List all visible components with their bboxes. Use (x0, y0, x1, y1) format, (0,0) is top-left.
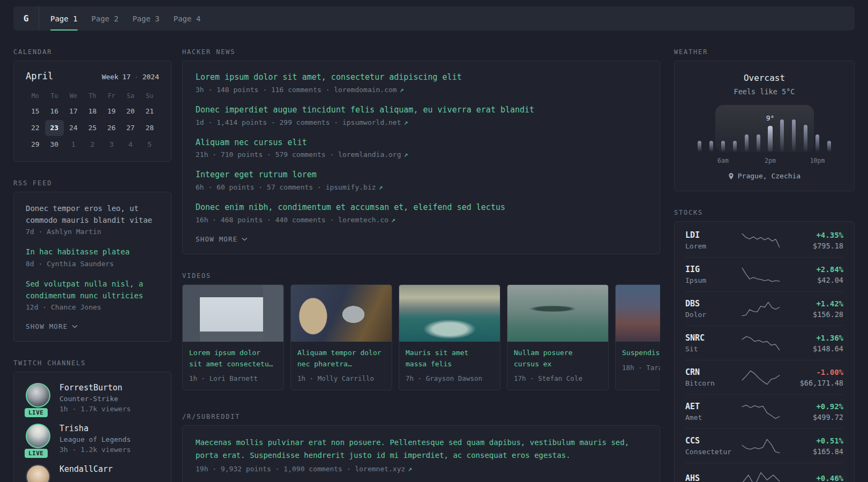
hn-item-title[interactable]: Donec enim nibh, condimentum et accumsan… (196, 202, 647, 214)
hn-item-domain[interactable]: loremtech.co (338, 216, 388, 224)
calendar-day: 16 (45, 103, 64, 119)
tab-page-4[interactable]: Page 4 (167, 6, 208, 31)
video-title[interactable]: Aliquam tempor dolor nec pharetra… (297, 348, 385, 370)
video-thumbnail[interactable] (616, 285, 660, 342)
twitch-channel-row[interactable]: LIVE Trisha League of Legends 3h · 1.2k … (26, 424, 159, 454)
external-link-icon: ↗ (400, 86, 404, 94)
show-more-label: SHOW MORE (26, 322, 68, 330)
stock-change: +1.42% (784, 299, 843, 308)
hn-item-domain[interactable]: ipsumworld.net (342, 118, 401, 126)
video-thumbnail[interactable] (183, 285, 283, 342)
video-title[interactable]: Mauris sit amet massa felis (406, 348, 493, 370)
hn-item-title[interactable]: Integer eget rutrum lorem (196, 169, 647, 181)
stocks-section-label: STOCKS (674, 209, 855, 216)
stocks-widget: LDI Lorem +4.35% $795.18 IIG Ipsum (674, 221, 855, 482)
stock-change: +0.46% (784, 474, 843, 482)
stock-name: Lorem (685, 242, 737, 250)
stock-change: +0.92% (784, 402, 843, 411)
stock-row[interactable]: AET Amet +0.92% $499.72 (685, 394, 843, 428)
rss-item-title[interactable]: In hac habitasse platea (26, 246, 159, 258)
rss-item: In hac habitasse platea 8d · Cynthia Sau… (26, 246, 159, 268)
video-meta: 7h · Grayson Dawson (406, 374, 493, 382)
calendar-day: 15 (26, 103, 45, 119)
channel-name[interactable]: Trisha (59, 424, 131, 433)
rss-item: Sed volutpat nulla nisl, a condimentum n… (26, 278, 159, 311)
calendar-day-next-month: 3 (102, 137, 121, 153)
hn-meta-text: 6h · 60 points · 57 comments · (196, 183, 326, 191)
rss-item-meta: 12d · Chance Jones (26, 303, 159, 311)
hn-item-title[interactable]: Donec imperdiet augue tincidunt felis al… (196, 104, 647, 116)
reddit-post-title[interactable]: Maecenas mollis pulvinar erat non posuer… (196, 436, 647, 462)
video-card[interactable]: Mauris sit amet massa felis 7h · Grayson… (399, 284, 500, 391)
video-thumbnail[interactable] (507, 285, 608, 342)
hn-item: Aliquam nec cursus elit 21h · 710 points… (196, 137, 647, 159)
stock-row[interactable]: DBS Dolor +1.42% $156.28 (685, 291, 843, 326)
rss-widget: Donec tempor eros leo, ut commodo mauris… (13, 192, 171, 342)
video-title[interactable]: Lorem ipsum dolor sit amet consectetu… (189, 348, 277, 370)
stock-row[interactable]: SNRC Sit +1.36% $148.64 (685, 326, 843, 360)
stock-name: Amet (685, 413, 737, 421)
video-meta: 1h · Lori Barnett (189, 374, 277, 382)
hn-item-meta: 21h · 710 points · 579 comments · loreml… (196, 150, 647, 159)
external-link-icon: ↗ (404, 150, 408, 159)
rss-item-title[interactable]: Sed volutpat nulla nisl, a condimentum n… (26, 278, 159, 302)
weekday-label: Th (83, 92, 102, 100)
stock-row[interactable]: CRN Bitcorn -1.00% $66,171.48 (685, 360, 843, 394)
calendar-day: 18 (83, 103, 102, 119)
video-card[interactable]: Aliquam tempor dolor nec pharetra… 1h · … (290, 284, 392, 391)
rss-item-title[interactable]: Donec tempor eros leo, ut commodo mauris… (26, 203, 159, 226)
stock-ticker: AET (685, 402, 737, 411)
weather-section: WEATHER Overcast Feels like 5°C 9° 6am2p… (674, 48, 855, 191)
calendar-day: 27 (121, 120, 140, 136)
video-title[interactable]: Suspendisse diam (622, 348, 660, 359)
stock-row[interactable]: LDI Lorem +4.35% $795.18 (685, 223, 843, 257)
hn-item-title[interactable]: Lorem ipsum dolor sit amet, consectetur … (196, 72, 647, 84)
video-card[interactable]: Suspendisse diam 18h · Tara (615, 284, 660, 391)
calendar-day: 25 (83, 120, 102, 136)
videos-section-label: VIDEOS (182, 272, 660, 280)
channel-name[interactable]: KendallCarr (59, 464, 113, 474)
twitch-section: TWITCH CHANNELS LIVE ForrestBurton Count… (13, 359, 171, 482)
channel-name[interactable]: ForrestBurton (59, 383, 131, 393)
hn-item-domain[interactable]: ipsumify.biz (326, 183, 376, 191)
twitch-channel-row[interactable]: KendallCarr (26, 464, 159, 482)
hackernews-section: HACKER NEWS Lorem ipsum dolor sit amet, … (182, 48, 660, 254)
video-card[interactable]: Lorem ipsum dolor sit amet consectetu… 1… (182, 284, 284, 391)
tab-page-2[interactable]: Page 2 (85, 6, 126, 31)
hn-item: Lorem ipsum dolor sit amet, consectetur … (196, 72, 647, 94)
video-carousel: Lorem ipsum dolor sit amet consectetu… 1… (182, 284, 660, 391)
stock-name: Consectetur (685, 448, 737, 456)
calendar-day: 28 (140, 120, 159, 136)
stock-row[interactable]: CCS Consectetur +0.51% $165.84 (685, 428, 843, 463)
twitch-channel-row[interactable]: LIVE ForrestBurton Counter-Strike 1h · 1… (26, 383, 159, 413)
calendar-day: 30 (45, 137, 64, 153)
hn-item-domain[interactable]: loremlandia.org (338, 150, 401, 159)
tab-page-1[interactable]: Page 1 (43, 6, 85, 31)
video-title[interactable]: Nullam posuere cursus ex (514, 348, 602, 370)
stock-row[interactable]: IIG Ipsum +2.84% $42.04 (685, 257, 843, 291)
location-pin-icon (728, 172, 734, 180)
dashboard-page: G Page 1 Page 2 Page 3 Page 4 CALENDAR A… (0, 0, 868, 482)
app-logo[interactable]: G (13, 6, 39, 31)
subreddit-widget: Maecenas mollis pulvinar erat non posuer… (182, 425, 660, 482)
stock-change: +4.35% (784, 231, 843, 239)
live-badge: LIVE (25, 408, 48, 417)
video-thumbnail[interactable] (291, 285, 392, 342)
weekday-label: Fr (102, 92, 121, 100)
hn-meta-text: 21h · 710 points · 579 comments · (196, 150, 338, 159)
hn-show-more-button[interactable]: SHOW MORE (196, 235, 248, 243)
stock-name: Bitcorn (685, 379, 737, 387)
hn-meta-text: 3h · 148 points · 116 comments · (196, 86, 334, 94)
external-link-icon: ↗ (379, 183, 383, 191)
rss-show-more-button[interactable]: SHOW MORE (26, 322, 78, 330)
hn-item-domain[interactable]: loremdomain.com (334, 86, 396, 94)
tab-page-3[interactable]: Page 3 (125, 6, 167, 31)
channel-game: League of Legends (59, 435, 131, 443)
channel-avatar (26, 424, 50, 448)
video-thumbnail[interactable] (399, 285, 500, 342)
reddit-post-domain[interactable]: loremnet.xyz (355, 465, 405, 473)
hn-item-title[interactable]: Aliquam nec cursus elit (196, 137, 647, 149)
calendar-day-today: 23 (45, 120, 64, 136)
stock-row[interactable]: AHS +0.46% (685, 463, 843, 482)
video-card[interactable]: Nullam posuere cursus ex 17h · Stefan Co… (507, 284, 609, 391)
